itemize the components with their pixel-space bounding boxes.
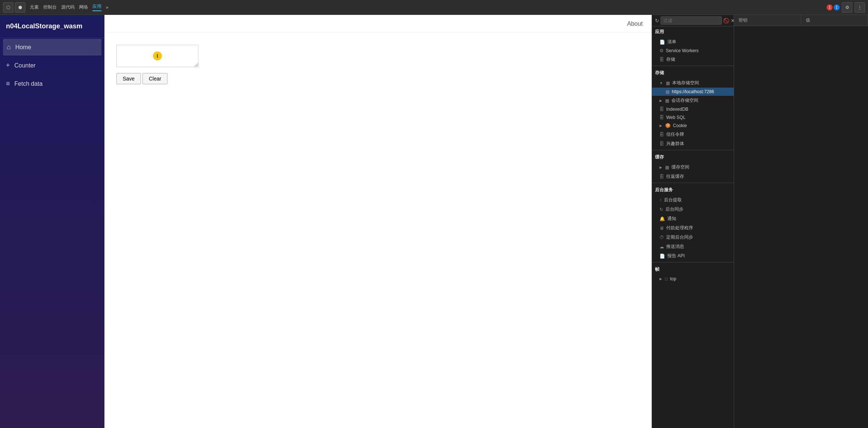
interest-group-icon: 🗄 xyxy=(659,141,664,147)
clear-filter-btn[interactable]: 🚫 xyxy=(723,16,729,25)
home-icon: ⌂ xyxy=(7,43,11,51)
tree-item-session-storage-label: 会话存储空间 xyxy=(671,97,698,104)
storage-icon: 🗄 xyxy=(659,57,664,62)
top-icon: □ xyxy=(665,276,668,281)
plus-icon: + xyxy=(6,62,10,69)
tree-item-local-storage[interactable]: ▼ ▦ 本地存储空间 xyxy=(652,78,734,88)
trust-token-icon: 🗄 xyxy=(659,132,664,137)
save-button[interactable]: Save xyxy=(116,73,141,84)
tree-item-cache-space[interactable]: ▶ ▦ 缓存空间 xyxy=(652,163,734,172)
tree-item-back-cache-label: 往返缓存 xyxy=(666,173,684,180)
cursor-tool-btn[interactable]: ⬡ xyxy=(3,2,13,13)
tree-item-houtai-sync[interactable]: ↻ 后台同步 xyxy=(652,205,734,214)
tree-item-manifest[interactable]: 📄 清单 xyxy=(652,37,734,47)
kv-header: 密钥 值 xyxy=(734,15,868,26)
cache-space-arrow: ▶ xyxy=(659,166,662,169)
sidebar-item-fetch[interactable]: ≡ Fetch data xyxy=(0,75,104,93)
local-storage-icon: ▦ xyxy=(666,81,670,86)
warning-badge: 1 xyxy=(834,4,840,10)
tree-item-houtai-sync-label: 后台同步 xyxy=(665,206,683,213)
section-houtai-label: 后台服务 xyxy=(655,187,673,193)
tree-item-cache-space-label: 缓存空间 xyxy=(671,164,689,170)
tree-item-periodic-sync-label: 定期后台同步 xyxy=(666,234,693,240)
settings-btn[interactable]: ⚙ xyxy=(842,2,852,13)
tree-item-cookie[interactable]: ▶ 🍪 Cookie xyxy=(652,122,734,130)
tree-item-periodic-sync[interactable]: ⏱ 定期后台同步 xyxy=(652,233,734,242)
payment-icon: 🖥 xyxy=(659,226,664,231)
more-tabs-btn[interactable]: » xyxy=(106,5,109,10)
tree-item-localhost[interactable]: ▦ https://localhost:7286 xyxy=(652,88,734,96)
tree-item-report-api[interactable]: 📄 报告 API xyxy=(652,251,734,261)
tree-item-back-cache[interactable]: 🗄 往返缓存 xyxy=(652,172,734,181)
sidebar-item-counter[interactable]: + Counter xyxy=(0,56,104,75)
cookie-arrow: ▶ xyxy=(659,124,662,128)
tongzhi-icon: 🔔 xyxy=(659,216,665,221)
tree-item-service-workers[interactable]: ⚙ Service Workers xyxy=(652,47,734,55)
inspect-btn[interactable]: ⬢ xyxy=(15,2,25,13)
tree-item-payment-label: 付款处理程序 xyxy=(666,225,693,231)
tree-item-tongzhi[interactable]: 🔔 通知 xyxy=(652,214,734,223)
sidebar-item-home[interactable]: ⌂ Home xyxy=(3,39,101,56)
tree-item-tongzhi-label: 通知 xyxy=(667,215,676,222)
application-tab[interactable]: 应用 xyxy=(93,3,101,11)
tree-item-interest-group[interactable]: 🗄 兴趣群体 xyxy=(652,139,734,148)
browser-toolbar: ⬡ ⬢ 元素 控制台 源代码 网络 应用 » 1 1 ⚙ ⋮ xyxy=(0,0,868,15)
button-row: Save Clear xyxy=(116,73,640,84)
about-link[interactable]: About xyxy=(627,21,643,27)
tree-item-web-sql[interactable]: 🗄 Web SQL xyxy=(652,113,734,122)
app-title: n04LocalStorage_wasm xyxy=(0,15,104,38)
main-area: n04LocalStorage_wasm ⌂ Home + Counter ≡ … xyxy=(0,15,868,428)
section-zhen[interactable]: 帧 xyxy=(652,264,734,275)
close-filter-btn[interactable]: ✕ xyxy=(731,16,734,25)
report-api-icon: 📄 xyxy=(659,254,665,259)
kv-key-header: 密钥 xyxy=(734,15,801,26)
tree-item-storage-label: 存储 xyxy=(666,56,675,63)
section-houtai[interactable]: 后台服务 xyxy=(652,185,734,195)
section-zhen-label: 帧 xyxy=(655,266,659,273)
sidebar-item-counter-label: Counter xyxy=(15,62,36,69)
console-tab[interactable]: 控制台 xyxy=(43,4,57,10)
tree-item-top-label: top xyxy=(670,276,676,281)
section-huancun-label: 缓存 xyxy=(655,154,664,160)
clear-button[interactable]: Clear xyxy=(142,73,167,84)
session-storage-arrow: ▶ xyxy=(659,99,662,103)
section-cunchu-label: 存储 xyxy=(655,70,664,76)
local-storage-arrow: ▼ xyxy=(659,81,663,85)
network-tab[interactable]: 网络 xyxy=(79,4,88,10)
error-badge: 1 xyxy=(827,4,833,10)
tree-item-session-storage[interactable]: ▶ ▦ 会话存储空间 xyxy=(652,96,734,105)
devtools-kv-panel: 密钥 值 xyxy=(734,15,868,428)
periodic-sync-icon: ⏱ xyxy=(659,235,664,240)
section-huancun[interactable]: 缓存 xyxy=(652,152,734,163)
tree-item-payment[interactable]: 🖥 付款处理程序 xyxy=(652,223,734,233)
tree-item-storage[interactable]: 🗄 存储 xyxy=(652,55,734,64)
tree-item-push[interactable]: ☁ 推送消息 xyxy=(652,242,734,251)
filter-input[interactable] xyxy=(661,16,722,25)
tree-item-local-storage-label: 本地存储空间 xyxy=(672,80,699,86)
tree-item-service-workers-label: Service Workers xyxy=(666,48,699,53)
tree-item-web-sql-label: Web SQL xyxy=(666,115,686,120)
tree-item-top[interactable]: ▶ □ top xyxy=(652,275,734,283)
main-textarea[interactable] xyxy=(116,45,198,67)
elements-tab[interactable]: 元素 xyxy=(30,4,39,10)
tree-item-interest-group-label: 兴趣群体 xyxy=(666,141,684,147)
devtools-toolbar: ↻ 🚫 ✕ xyxy=(652,15,734,26)
sidebar-item-home-label: Home xyxy=(15,44,31,51)
tree-item-houtai-fetch[interactable]: ↑ 后台提取 xyxy=(652,195,734,205)
houtai-sync-icon: ↻ xyxy=(659,207,663,212)
tree-item-indexeddb[interactable]: 🗄 IndexedDB xyxy=(652,105,734,113)
section-cunchu[interactable]: 存储 xyxy=(652,67,734,78)
app-content: About I Save Clear xyxy=(104,15,652,428)
section-yingyong[interactable]: 应用 xyxy=(652,26,734,37)
app-topbar: About xyxy=(104,15,652,33)
tree-item-push-label: 推送消息 xyxy=(666,243,684,250)
more-options-btn[interactable]: ⋮ xyxy=(855,2,865,13)
tree-item-manifest-label: 清单 xyxy=(667,39,676,45)
sources-tab[interactable]: 源代码 xyxy=(61,4,75,10)
refresh-btn[interactable]: ↻ xyxy=(655,16,659,25)
tree-item-trust-token[interactable]: 🗄 信任令牌 xyxy=(652,130,734,139)
tree-item-localhost-label: https://localhost:7286 xyxy=(672,89,714,94)
cache-space-icon: ▦ xyxy=(665,165,669,170)
devtools-body: ↻ 🚫 ✕ 应用 📄 清单 ⚙ Service Workers xyxy=(652,15,868,428)
section-yingyong-label: 应用 xyxy=(655,29,664,35)
